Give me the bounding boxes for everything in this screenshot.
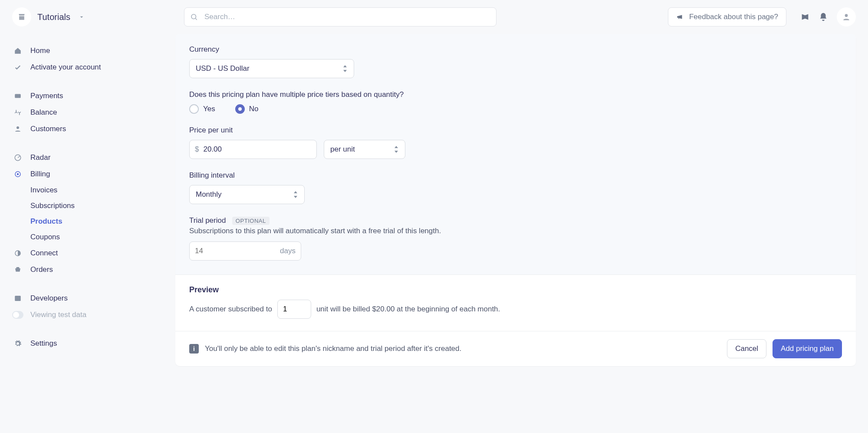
unit-value: per unit — [330, 145, 355, 154]
connect-icon — [12, 249, 23, 257]
currency-label: Currency — [189, 45, 842, 54]
feedback-label: Feedback about this page? — [689, 13, 778, 21]
preview-title: Preview — [189, 285, 842, 294]
radio-label: No — [249, 105, 259, 113]
days-suffix: days — [280, 247, 296, 255]
price-input-wrap: $ — [189, 140, 317, 159]
topbar: Tutorials Feedback about this page? — [0, 0, 868, 34]
svg-point-7 — [17, 173, 19, 175]
svg-point-4 — [16, 126, 19, 129]
sidebar-item-activate[interactable]: Activate your account — [12, 59, 175, 76]
sidebar-item-label: Orders — [30, 265, 53, 274]
svg-point-0 — [191, 14, 196, 19]
tiers-question: Does this pricing plan have multiple pri… — [189, 90, 842, 99]
dollar-icon: $ — [195, 145, 199, 154]
search-wrap — [184, 7, 496, 26]
check-icon — [12, 63, 23, 71]
updown-icon — [394, 146, 399, 153]
search-icon — [190, 13, 198, 21]
sidebar-item-label: Developers — [30, 294, 68, 303]
main-panel: Currency USD - US Dollar Does this prici… — [175, 34, 856, 366]
sidebar-item-label: Invoices — [30, 186, 57, 195]
account-switcher[interactable]: Tutorials — [12, 7, 175, 26]
trial-input[interactable] — [195, 247, 280, 255]
interval-label: Billing interval — [189, 171, 842, 180]
radio-circle-icon — [189, 104, 199, 114]
sidebar-item-label: Subscriptions — [30, 202, 75, 210]
form-section: Currency USD - US Dollar Does this prici… — [175, 34, 856, 275]
radio-circle-icon — [235, 104, 245, 114]
sidebar-item-products[interactable]: Products — [30, 214, 175, 229]
svg-rect-9 — [15, 296, 21, 301]
sidebar-item-label: Payments — [30, 92, 63, 100]
payments-icon — [12, 92, 23, 100]
preview-text-pre: A customer subscribed to — [189, 305, 272, 314]
radio-yes[interactable]: Yes — [189, 104, 215, 114]
docs-icon[interactable] — [800, 12, 810, 22]
sidebar-item-label: Billing — [30, 170, 50, 178]
sidebar-item-settings[interactable]: Settings — [12, 335, 175, 352]
currency-value: USD - US Dollar — [196, 64, 250, 73]
sidebar-item-billing[interactable]: Billing — [12, 166, 175, 182]
sidebar: Home Activate your account Payments Bala… — [0, 34, 175, 366]
sidebar-item-balance[interactable]: Balance — [12, 104, 175, 121]
footer: i You'll only be able to edit this plan'… — [175, 331, 856, 366]
bell-icon[interactable] — [819, 12, 828, 22]
price-input[interactable] — [203, 145, 311, 154]
feedback-button[interactable]: Feedback about this page? — [668, 7, 786, 26]
orders-icon — [12, 266, 23, 274]
topbar-icons — [800, 7, 856, 26]
sidebar-item-label: Home — [30, 46, 50, 55]
sidebar-item-test-mode[interactable]: Viewing test data — [12, 307, 175, 323]
sidebar-item-subscriptions[interactable]: Subscriptions — [30, 198, 175, 214]
info-icon: i — [189, 344, 199, 354]
updown-icon — [293, 191, 298, 198]
sidebar-item-connect[interactable]: Connect — [12, 245, 175, 261]
trial-input-wrap: days — [189, 241, 301, 261]
cancel-button[interactable]: Cancel — [727, 339, 766, 358]
toggle-icon — [12, 311, 23, 319]
customers-icon — [12, 125, 23, 133]
preview-quantity-input[interactable] — [277, 300, 311, 319]
interval-select[interactable]: Monthly — [189, 185, 305, 204]
sidebar-item-customers[interactable]: Customers — [12, 121, 175, 137]
sidebar-item-invoices[interactable]: Invoices — [30, 182, 175, 198]
footer-info-text: You'll only be able to edit this plan's … — [205, 344, 721, 353]
preview-section: Preview A customer subscribed to unit wi… — [175, 275, 856, 331]
svg-point-2 — [845, 14, 848, 17]
sidebar-item-label: Connect — [30, 249, 58, 258]
radar-icon — [12, 154, 23, 162]
optional-badge: OPTIONAL — [232, 217, 270, 225]
sidebar-item-payments[interactable]: Payments — [12, 88, 175, 104]
sidebar-item-label: Customers — [30, 125, 66, 133]
sidebar-item-label: Settings — [30, 339, 57, 348]
home-icon — [12, 47, 23, 55]
sidebar-item-label: Activate your account — [30, 63, 101, 72]
radio-no[interactable]: No — [235, 104, 259, 114]
chevron-down-icon — [78, 13, 85, 20]
sidebar-item-home[interactable]: Home — [12, 43, 175, 59]
sidebar-item-orders[interactable]: Orders — [12, 261, 175, 278]
trial-label: Trial period — [189, 216, 226, 225]
sidebar-item-label: Viewing test data — [30, 311, 86, 319]
terminal-icon — [12, 294, 23, 302]
megaphone-icon — [676, 13, 684, 21]
sidebar-item-radar[interactable]: Radar — [12, 149, 175, 166]
add-pricing-plan-button[interactable]: Add pricing plan — [773, 339, 842, 358]
interval-value: Monthly — [196, 190, 222, 199]
search-input[interactable] — [184, 7, 496, 26]
sidebar-item-label: Coupons — [30, 233, 60, 241]
billing-icon — [12, 170, 23, 178]
svg-rect-3 — [15, 94, 21, 98]
sidebar-item-label: Balance — [30, 108, 57, 117]
unit-select[interactable]: per unit — [324, 140, 405, 159]
currency-select[interactable]: USD - US Dollar — [189, 59, 354, 78]
sidebar-item-coupons[interactable]: Coupons — [30, 229, 175, 245]
avatar[interactable] — [837, 7, 856, 26]
sidebar-item-developers[interactable]: Developers — [12, 290, 175, 307]
price-label: Price per unit — [189, 126, 842, 135]
balance-icon — [12, 109, 23, 116]
account-name: Tutorials — [37, 12, 70, 22]
gear-icon — [12, 340, 23, 347]
svg-line-1 — [195, 18, 197, 20]
